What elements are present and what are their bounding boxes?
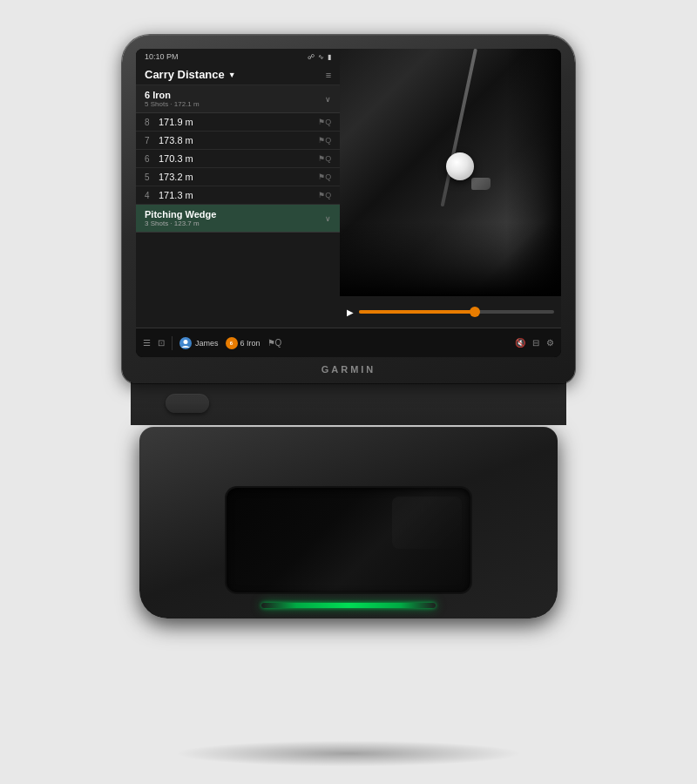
carry-distance-label: Carry Distance [145, 68, 225, 81]
status-icons: ☍ ∿ ▮ [308, 53, 331, 61]
video-off-icon[interactable]: ⊟ [532, 338, 539, 348]
device-middle [131, 382, 566, 425]
device-bottom [139, 427, 558, 618]
garmin-label: GARMIN [136, 357, 561, 383]
screen: 10:10 PM ☍ ∿ ▮ Carry Distance ▼ [136, 49, 561, 328]
shot-row-2[interactable]: 7 173.8 m ⚑Q [136, 132, 340, 150]
shot-flag-icon: ⚑Q [318, 136, 331, 145]
club-header-info: 6 Iron 5 Shots · 172.1 m [145, 90, 200, 108]
video-bottom-fade [340, 222, 561, 296]
shot-number: 8 [145, 118, 159, 127]
wifi-icon: ∿ [318, 53, 324, 61]
shot-flag-icon: ⚑Q [318, 154, 331, 163]
sensor-window [227, 488, 470, 592]
garmin-device: 10:10 PM ☍ ∿ ▮ Carry Distance ▼ [105, 35, 592, 749]
toolbar-divider [172, 336, 173, 350]
led-strip [261, 603, 436, 608]
shot-flag-icon: ⚑Q [318, 118, 331, 126]
header-row[interactable]: Carry Distance ▼ ≡ [136, 64, 340, 85]
pw-expand-icon[interactable]: ∨ [325, 214, 331, 223]
svg-point-0 [184, 340, 188, 344]
progress-fill [359, 310, 476, 314]
sensor-reflection [392, 497, 462, 549]
toolbar-user[interactable]: James [179, 337, 219, 349]
status-bar: 10:10 PM ☍ ∿ ▮ [136, 49, 340, 64]
power-button[interactable] [166, 394, 209, 413]
video-panel: ▶ [340, 49, 561, 328]
shot-flag-icon: ⚑Q [318, 172, 331, 181]
club-name: 6 Iron [145, 90, 200, 100]
shot-distance: 173.8 m [159, 135, 318, 145]
progress-bar[interactable] [359, 310, 554, 314]
stats-panel: 10:10 PM ☍ ∿ ▮ Carry Distance ▼ [136, 49, 340, 328]
club-circle: 6 [226, 337, 238, 349]
user-avatar [179, 337, 192, 349]
golf-ball [446, 152, 474, 180]
menu-icon[interactable]: ☰ [143, 338, 151, 348]
shot-number: 4 [145, 191, 159, 200]
status-time: 10:10 PM [145, 52, 179, 61]
shot-distance: 170.3 m [159, 153, 318, 164]
shot-distance: 171.3 m [159, 190, 318, 200]
device-shadow [174, 740, 523, 767]
video-controls: ▶ [340, 296, 561, 328]
video-background [340, 49, 561, 296]
device-top: 10:10 PM ☍ ∿ ▮ Carry Distance ▼ [122, 35, 575, 383]
golf-club-head [471, 178, 491, 190]
toolbar-right-icons: 🔇 ⊟ ⚙ [515, 338, 554, 348]
shot-number: 6 [145, 154, 159, 164]
dropdown-arrow[interactable]: ▼ [228, 71, 236, 79]
header-title: Carry Distance ▼ [145, 68, 236, 81]
mute-icon[interactable]: 🔇 [515, 338, 525, 348]
shot-distance: 173.2 m [159, 172, 318, 182]
shot-row-1[interactable]: 8 171.9 m ⚑Q [136, 113, 340, 132]
filter-icon[interactable]: ≡ [326, 70, 331, 80]
shot-number: 5 [145, 172, 159, 182]
shot-distance: 171.9 m [159, 117, 318, 127]
play-button[interactable]: ▶ [347, 308, 354, 317]
pw-name: Pitching Wedge [145, 209, 216, 220]
shot-row-5[interactable]: 4 171.3 m ⚑Q [136, 186, 340, 205]
toolbar: ☰ ⊡ James 6 6 Iron ⚑Q [136, 328, 561, 357]
club-header-6iron[interactable]: 6 Iron 5 Shots · 172.1 m ∨ [136, 85, 340, 113]
toolbar-club[interactable]: 6 6 Iron [226, 337, 261, 349]
pw-shots: 3 Shots · 123.7 m [145, 220, 216, 227]
shot-row-4[interactable]: 5 173.2 m ⚑Q [136, 168, 340, 186]
expand-icon[interactable]: ∨ [325, 95, 331, 104]
shot-flag-icon: ⚑Q [318, 191, 331, 199]
sliders-icon[interactable]: ⚙ [546, 338, 554, 348]
bluetooth-icon: ☍ [308, 53, 315, 61]
battery-icon: ▮ [328, 53, 331, 61]
shot-row-3[interactable]: 6 170.3 m ⚑Q [136, 150, 340, 168]
screen-container: 10:10 PM ☍ ∿ ▮ Carry Distance ▼ [136, 49, 561, 357]
shot-number: 7 [145, 136, 159, 145]
progress-knob[interactable] [470, 307, 480, 317]
club-label: 6 Iron [240, 339, 261, 348]
pw-info: Pitching Wedge 3 Shots · 123.7 m [145, 209, 216, 227]
pitching-wedge-header[interactable]: Pitching Wedge 3 Shots · 123.7 m ∨ [136, 205, 340, 233]
user-name: James [195, 339, 219, 348]
layout-icon[interactable]: ⊡ [158, 338, 165, 348]
club-shots: 5 Shots · 172.1 m [145, 100, 200, 108]
flag-icon[interactable]: ⚑Q [267, 338, 282, 348]
user-icon [181, 339, 190, 348]
